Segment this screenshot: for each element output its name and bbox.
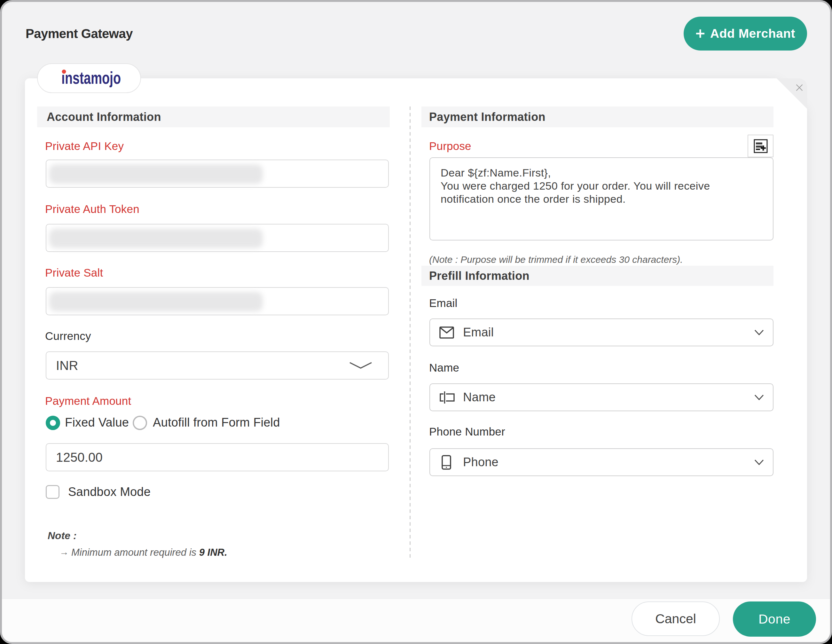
- svg-text:ınstamojo: ınstamojo: [61, 68, 121, 87]
